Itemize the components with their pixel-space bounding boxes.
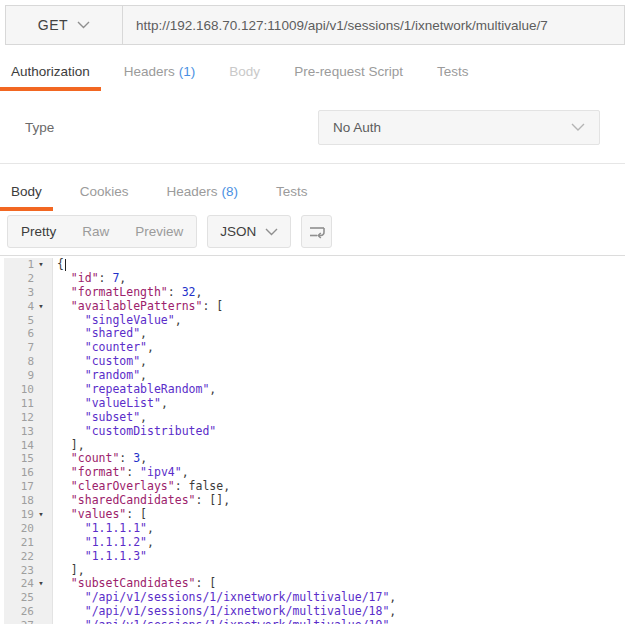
line-number: 14: [4, 439, 34, 453]
tab-tests[interactable]: Tests: [426, 58, 480, 91]
method-label: GET: [38, 17, 68, 33]
gutter: 20: [4, 522, 53, 536]
wrap-text-button[interactable]: [301, 215, 332, 248]
tab-body[interactable]: Body: [218, 58, 271, 91]
fold-spacer: [34, 439, 48, 453]
gutter: 15: [4, 452, 53, 466]
code-line[interactable]: 9 "random",: [0, 369, 625, 383]
line-number: 11: [4, 397, 34, 411]
gutter: 5: [4, 314, 53, 328]
code-line[interactable]: 3 "formatLength": 32,: [0, 286, 625, 300]
line-number: 3: [4, 286, 34, 300]
tab-pre-request-script[interactable]: Pre-request Script: [283, 58, 414, 91]
gutter: 25: [4, 591, 53, 605]
tab-label: Authorization: [11, 64, 90, 79]
code-line[interactable]: 6 "shared",: [0, 327, 625, 341]
code-content: "shared",: [53, 327, 147, 341]
code-content: "1.1.1.3": [53, 550, 147, 564]
code-line[interactable]: 13 "customDistributed": [0, 425, 625, 439]
view-mode-preview[interactable]: Preview: [122, 217, 196, 246]
line-number: 21: [4, 536, 34, 550]
code-line[interactable]: 4▾ "availablePatterns": [: [0, 300, 625, 314]
code-line[interactable]: 11 "valueList",: [0, 397, 625, 411]
request-url-bar: GET http://192.168.70.127:11009/api/v1/s…: [5, 5, 625, 45]
code-line[interactable]: 18 "sharedCandidates": [],: [0, 494, 625, 508]
code-line[interactable]: 16 "format": "ipv4",: [0, 466, 625, 480]
code-line[interactable]: 22 "1.1.1.3": [0, 550, 625, 564]
code-line[interactable]: 8 "custom",: [0, 355, 625, 369]
code-content: "subsetCandidates": [: [53, 577, 216, 591]
code-content: "valueList",: [53, 397, 168, 411]
tab-tests[interactable]: Tests: [265, 178, 319, 211]
response-toolbar: PrettyRawPreview JSON: [7, 216, 625, 247]
line-number: 6: [4, 327, 34, 341]
code-line[interactable]: 5 "singleValue",: [0, 314, 625, 328]
code-line[interactable]: 14 ],: [0, 439, 625, 453]
line-number: 9: [4, 369, 34, 383]
fold-spacer: [34, 286, 48, 300]
code-line[interactable]: 23 ],: [0, 564, 625, 578]
line-number: 24: [4, 577, 34, 591]
url-input[interactable]: http://192.168.70.127:11009/api/v1/sessi…: [123, 6, 624, 44]
gutter: 1▾: [4, 258, 53, 272]
gutter: 23: [4, 564, 53, 578]
line-number: 16: [4, 466, 34, 480]
view-mode-switch: PrettyRawPreview: [7, 215, 197, 248]
view-mode-raw[interactable]: Raw: [69, 217, 122, 246]
fold-spacer: [34, 327, 48, 341]
gutter: 7: [4, 341, 53, 355]
code-line[interactable]: 21 "1.1.1.2",: [0, 536, 625, 550]
view-mode-pretty[interactable]: Pretty: [8, 217, 69, 246]
fold-arrow-icon[interactable]: ▾: [34, 508, 48, 522]
code-line[interactable]: 27 "/api/v1/sessions/1/ixnetwork/multiva…: [0, 619, 625, 624]
code-content: "id": 7,: [53, 272, 126, 286]
tab-headers[interactable]: Headers(1): [113, 58, 207, 91]
fold-spacer: [34, 411, 48, 425]
tab-body[interactable]: Body: [0, 178, 53, 211]
code-line[interactable]: 19▾ "values": [: [0, 508, 625, 522]
code-line[interactable]: 20 "1.1.1.1",: [0, 522, 625, 536]
code-content: "values": [: [53, 508, 147, 522]
code-content: "repeatableRandom",: [53, 383, 216, 397]
code-line[interactable]: 25 "/api/v1/sessions/1/ixnetwork/multiva…: [0, 591, 625, 605]
fold-spacer: [34, 369, 48, 383]
authorization-panel: Type No Auth: [0, 91, 625, 163]
request-tabs: AuthorizationHeaders(1)BodyPre-request S…: [0, 58, 625, 91]
auth-type-select[interactable]: No Auth: [318, 110, 600, 145]
postman-window: GET http://192.168.70.127:11009/api/v1/s…: [0, 5, 625, 624]
tab-label: Headers: [167, 184, 218, 199]
code-line[interactable]: 7 "counter",: [0, 341, 625, 355]
code-content: "clearOverlays": false,: [53, 480, 230, 494]
gutter: 8: [4, 355, 53, 369]
line-number: 12: [4, 411, 34, 425]
fold-spacer: [34, 605, 48, 619]
code-line[interactable]: 26 "/api/v1/sessions/1/ixnetwork/multiva…: [0, 605, 625, 619]
fold-spacer: [34, 522, 48, 536]
gutter: 9: [4, 369, 53, 383]
tab-authorization[interactable]: Authorization: [0, 58, 101, 91]
fold-arrow-icon[interactable]: ▾: [34, 577, 48, 591]
tab-headers[interactable]: Headers(8): [156, 178, 250, 211]
fold-arrow-icon[interactable]: ▾: [34, 258, 48, 272]
code-line[interactable]: 17 "clearOverlays": false,: [0, 480, 625, 494]
code-line[interactable]: 24▾ "subsetCandidates": [: [0, 577, 625, 591]
method-select[interactable]: GET: [6, 6, 123, 44]
code-line[interactable]: 12 "subset",: [0, 411, 625, 425]
language-select[interactable]: JSON: [207, 215, 291, 248]
gutter: 14: [4, 439, 53, 453]
code-line[interactable]: 10 "repeatableRandom",: [0, 383, 625, 397]
code-line[interactable]: 1▾{: [0, 258, 625, 272]
code-line[interactable]: 2 "id": 7,: [0, 272, 625, 286]
code-content: "custom",: [53, 355, 147, 369]
fold-arrow-icon[interactable]: ▾: [34, 300, 48, 314]
code-content: "1.1.1.2",: [53, 536, 154, 550]
response-body-editor[interactable]: 1▾{2 "id": 7,3 "formatLength": 32,4▾ "av…: [0, 255, 625, 624]
gutter: 4▾: [4, 300, 53, 314]
line-number: 17: [4, 480, 34, 494]
auth-type-value: No Auth: [333, 120, 381, 135]
tab-cookies[interactable]: Cookies: [69, 178, 140, 211]
code-content: "/api/v1/sessions/1/ixnetwork/multivalue…: [53, 591, 396, 605]
code-line[interactable]: 15 "count": 3,: [0, 452, 625, 466]
line-number: 10: [4, 383, 34, 397]
gutter: 3: [4, 286, 53, 300]
